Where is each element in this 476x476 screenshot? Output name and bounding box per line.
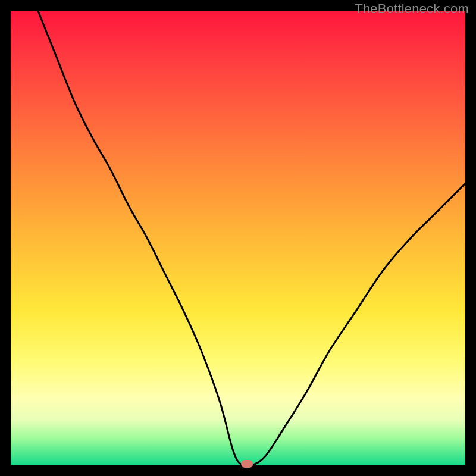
bottleneck-curve — [38, 11, 465, 467]
minimum-marker — [241, 460, 253, 468]
watermark-text: TheBottleneck.com — [355, 1, 469, 17]
chart-frame: TheBottleneck.com — [0, 0, 476, 476]
chart-plot-area — [11, 11, 465, 465]
chart-svg — [11, 11, 465, 465]
